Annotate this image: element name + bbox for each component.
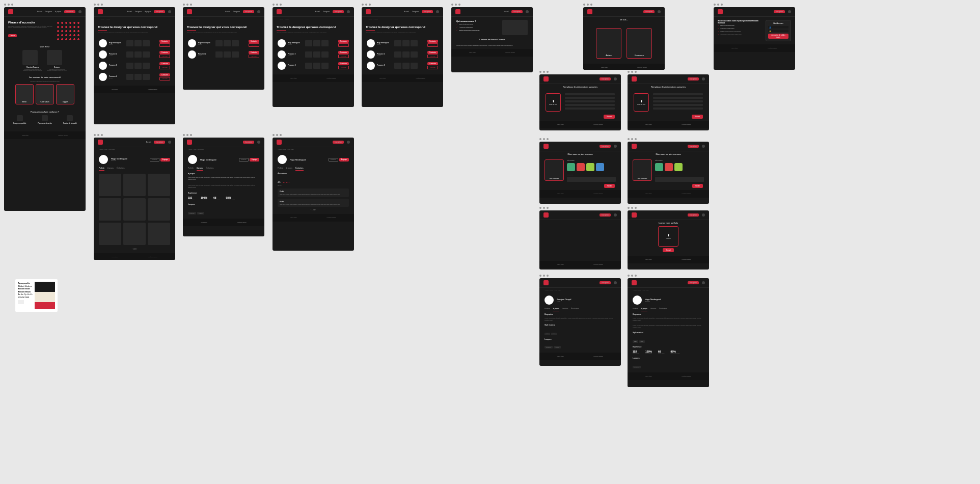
contact-button[interactable]: Contacter xyxy=(338,40,349,43)
swatch-cream2 xyxy=(35,297,55,302)
view-button[interactable]: Voir profil xyxy=(427,55,438,58)
designer-avatar[interactable] xyxy=(367,39,375,47)
view-button[interactable]: Voir profil xyxy=(249,55,259,58)
stat: 98%Respect Du Contrat xyxy=(226,196,235,200)
login-button[interactable]: Je modifie de valider suivre xyxy=(768,34,788,39)
footer: Liens utilesMentions légales xyxy=(4,131,86,139)
designer-avatar[interactable] xyxy=(99,39,107,47)
profile-avatar xyxy=(99,155,108,164)
designer-avatar[interactable] xyxy=(188,39,196,47)
work-thumb[interactable] xyxy=(126,63,133,69)
contact-button[interactable]: Contacter xyxy=(249,40,259,43)
designer-avatar[interactable] xyxy=(99,50,107,59)
logo[interactable] xyxy=(98,9,103,14)
view-button[interactable]: Voir profil xyxy=(159,55,170,58)
designer-avatar[interactable] xyxy=(99,62,107,70)
role-label: Chanteur/Rappeur xyxy=(22,66,43,68)
contact-button[interactable]: Contacter xyxy=(159,40,170,43)
designer-avatar[interactable] xyxy=(278,50,286,59)
role-card[interactable] xyxy=(22,50,38,65)
portfolio-item[interactable] xyxy=(99,174,121,196)
landing-page: Accueil Designers À propos Inscription P… xyxy=(4,7,86,211)
work-thumb[interactable] xyxy=(215,40,223,46)
nav-link[interactable]: À propos xyxy=(55,11,61,13)
designer-avatar[interactable] xyxy=(367,50,375,59)
photo-upload[interactable]: ⬆Photo de profil xyxy=(634,93,649,112)
tab-portfolio[interactable]: Portfolio xyxy=(99,167,104,171)
nav-link[interactable]: Designers xyxy=(45,11,52,13)
service-card[interactable]: Cover album xyxy=(36,84,54,104)
hire-button[interactable]: Engager xyxy=(160,158,170,162)
nav: Accueil Designers À propos Inscription xyxy=(4,7,86,17)
validate-button[interactable]: Valider xyxy=(604,184,615,188)
contact-button[interactable]: Contacter xyxy=(427,51,438,54)
view-button[interactable]: Voir profil xyxy=(159,66,170,69)
welcome-heading: Bienvenue dans votre espace personnel Fa… xyxy=(718,20,763,24)
work-thumb[interactable] xyxy=(126,51,133,58)
contact-button[interactable]: Contacter xyxy=(427,62,438,65)
contact-button[interactable]: Contacter xyxy=(159,62,170,65)
stat: 100%Sortir Réalisés xyxy=(645,350,652,354)
profile-about: Inscription Accueil > Page > Sous page H… xyxy=(183,138,264,236)
freelance-card[interactable]: Freelance xyxy=(627,28,652,59)
work-thumb[interactable] xyxy=(126,40,133,46)
role-label: Designer xyxy=(47,66,67,68)
contact-button[interactable]: Contacter xyxy=(427,40,438,43)
work-thumb[interactable] xyxy=(305,51,312,58)
next-button[interactable]: Suivant xyxy=(604,115,615,119)
work-thumb[interactable] xyxy=(394,51,401,58)
work-thumb[interactable] xyxy=(394,40,401,46)
photo-upload[interactable]: ⬆Photo de profil xyxy=(546,93,561,112)
listing-row: Personne 2Designer ContacterVoir profil xyxy=(94,49,175,60)
work-thumb[interactable] xyxy=(215,51,223,58)
signup-button[interactable]: Inscription xyxy=(64,10,75,13)
designer-avatar[interactable] xyxy=(367,62,375,70)
contact-button[interactable]: Contacter xyxy=(338,62,349,65)
designer-avatar[interactable] xyxy=(278,62,286,70)
about-heading: À propos xyxy=(183,171,264,175)
portfolio-heading: Insérer votre portfolio xyxy=(628,222,709,224)
role-card[interactable] xyxy=(47,50,62,65)
color-swatches xyxy=(35,282,55,309)
contact-button[interactable]: Contacter xyxy=(159,73,170,76)
avatar-icon[interactable] xyxy=(78,10,81,13)
work-thumb[interactable] xyxy=(394,63,401,69)
view-button[interactable]: Voir profil xyxy=(159,77,170,80)
more-heading: Dites nous en plus sur vous xyxy=(539,153,621,155)
profile-portfolio: AccueilInscription Accueil > Page > Sous… xyxy=(94,138,175,260)
feature-icon xyxy=(17,115,23,121)
nav-link[interactable]: Accueil xyxy=(37,11,42,13)
portfolio-upload-box[interactable]: ⬆Portfolio xyxy=(658,226,678,247)
view-button[interactable]: Voir profil xyxy=(427,43,438,47)
view-button[interactable]: Voir profil xyxy=(427,66,438,69)
work-thumb[interactable] xyxy=(305,63,312,69)
tab-about[interactable]: À propos xyxy=(107,167,114,171)
designer-avatar[interactable] xyxy=(278,39,286,47)
view-button[interactable]: Voir profil xyxy=(338,43,349,47)
form-input[interactable] xyxy=(565,93,615,95)
contact-button[interactable]: Contacter xyxy=(338,51,349,54)
logo[interactable] xyxy=(8,9,13,14)
service-card[interactable]: Merch xyxy=(15,84,34,104)
view-button[interactable]: Voir profil xyxy=(249,43,259,47)
tab-reviews[interactable]: Évaluations xyxy=(117,167,125,171)
review-card: ParfaitLorem ipsum dolor sit amet consec… xyxy=(278,189,349,197)
view-button[interactable]: Voir profil xyxy=(338,55,349,58)
portfolio-upload: Inscription Insérer votre portfolio ⬆Por… xyxy=(628,210,709,270)
bio-textarea[interactable] xyxy=(567,177,616,182)
service-card[interactable]: Support xyxy=(56,84,74,104)
hero-cta[interactable]: Je suis xyxy=(8,34,17,37)
view-button[interactable]: Voir profil xyxy=(159,43,170,47)
you-are-heading: Vous êtes : xyxy=(4,45,86,48)
contact-button[interactable]: Contacter xyxy=(150,158,159,162)
contact-button[interactable]: Contacter xyxy=(249,51,259,54)
work-thumb[interactable] xyxy=(126,74,133,80)
view-button[interactable]: Voir profil xyxy=(338,66,349,69)
designer-avatar[interactable] xyxy=(99,73,107,81)
contact-button[interactable]: Contacter xyxy=(159,51,170,54)
work-thumb[interactable] xyxy=(305,40,312,46)
artiste-card[interactable]: Artiste xyxy=(596,28,621,59)
stat: 68Clients Altaios xyxy=(213,196,220,200)
designer-avatar[interactable] xyxy=(188,50,196,59)
listing-row: Hugo NiedergandDesigner ContacterVoir pr… xyxy=(362,38,443,49)
